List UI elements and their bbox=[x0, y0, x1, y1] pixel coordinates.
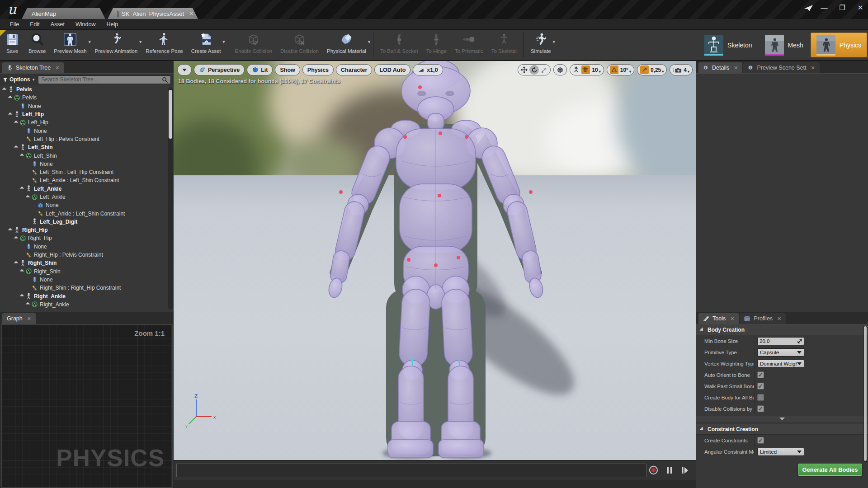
tree-row-bone[interactable]: Left_Shin bbox=[0, 143, 174, 151]
socket-snap-icon[interactable] bbox=[573, 66, 580, 73]
tree-row-constraint[interactable]: Left_Ankle : Left_Shin Constraint bbox=[0, 209, 174, 217]
mode-mesh-button[interactable]: Mesh bbox=[760, 33, 809, 57]
tab-graph[interactable]: Graph ✕ bbox=[2, 313, 36, 324]
chevron-down-icon[interactable]: ▼ bbox=[552, 40, 556, 44]
pause-button[interactable] bbox=[666, 466, 673, 474]
viewport-lod-auto-button[interactable]: LOD Auto bbox=[374, 64, 410, 75]
tree-row-box[interactable]: None bbox=[0, 201, 174, 209]
angular-constraint-mo-select[interactable]: Limited bbox=[757, 448, 804, 456]
expander-icon[interactable] bbox=[8, 228, 13, 233]
tree-row-constraint[interactable]: Left_Shin : Left_Hip Constraint bbox=[0, 168, 174, 176]
drag-slider-icon[interactable] bbox=[797, 339, 802, 343]
close-button[interactable]: ✕ bbox=[855, 4, 865, 12]
preview-mesh-button[interactable]: Preview Mesh▼ bbox=[50, 30, 90, 60]
generate-all-bodies-button[interactable]: Generate All Bodies bbox=[798, 464, 862, 476]
expander-icon[interactable] bbox=[20, 294, 25, 299]
section-body-creation[interactable]: Body Creation bbox=[696, 324, 868, 335]
viewport-perspective-button[interactable]: Perspective bbox=[194, 64, 245, 75]
mode-skeleton-button[interactable]: Skeleton bbox=[699, 33, 757, 57]
rotate-tool-button[interactable] bbox=[529, 65, 539, 75]
tree-row-capsule[interactable]: None bbox=[0, 127, 174, 135]
search-input[interactable]: Search Skeleton Tree... bbox=[38, 75, 171, 84]
tree-row-body[interactable]: Right_Hip bbox=[0, 234, 174, 242]
viewport-physics-button[interactable]: Physics bbox=[302, 64, 334, 75]
tools-scrollbar[interactable] bbox=[863, 326, 867, 462]
expander-icon[interactable] bbox=[14, 236, 19, 241]
tree-row-capsule[interactable]: None bbox=[0, 243, 174, 251]
tab-tools[interactable]: Tools ✕ bbox=[698, 313, 739, 324]
tree-row-body[interactable]: Right_Shin bbox=[0, 267, 174, 276]
tab-alienmap[interactable]: AlienMap bbox=[22, 8, 105, 19]
camera-speed-value[interactable]: 4 bbox=[684, 67, 687, 73]
tree-row-bone[interactable]: Pelvis bbox=[0, 85, 174, 94]
primitive-type-select[interactable]: Capsule bbox=[757, 348, 804, 357]
tree-scrollbar[interactable] bbox=[168, 87, 173, 310]
tree-row-constraint[interactable]: Left_Hip : Pelvis Constraint bbox=[0, 135, 174, 143]
create-body-for-all-bo-checkbox[interactable] bbox=[757, 394, 764, 401]
reference-pose-button[interactable]: Reference Pose bbox=[142, 30, 187, 60]
vertex-weighting-type-select[interactable]: Dominant Weight bbox=[757, 360, 804, 368]
expander-icon[interactable] bbox=[20, 186, 25, 191]
tree-row-bone[interactable]: Left_Leg_Digit bbox=[0, 218, 174, 226]
chevron-down-icon[interactable]: ▼ bbox=[367, 40, 371, 44]
simulate-button[interactable]: Simulate▼ bbox=[527, 30, 555, 60]
scale-tool-icon[interactable] bbox=[541, 66, 547, 73]
viewport-options-button[interactable] bbox=[177, 64, 192, 75]
expander-icon[interactable] bbox=[20, 269, 25, 274]
tree-row-bone[interactable]: Right_Ankle bbox=[0, 292, 174, 300]
alien-physics-character[interactable] bbox=[174, 61, 696, 460]
expander-icon[interactable] bbox=[26, 195, 31, 200]
translate-tool-icon[interactable] bbox=[521, 66, 528, 73]
tree-row-body[interactable]: Left_Shin bbox=[0, 151, 174, 160]
timeline-scrubber[interactable] bbox=[176, 464, 646, 477]
browse-button[interactable]: Browse bbox=[24, 30, 50, 60]
scale-snap-toggle[interactable] bbox=[640, 66, 649, 74]
tree-row-constraint[interactable]: Right_Shin : Right_Hip Constraint bbox=[0, 284, 174, 292]
grid-snap-value[interactable]: 10 bbox=[592, 67, 598, 73]
tree-row-bone[interactable]: Right_Shin bbox=[0, 259, 174, 267]
advanced-expander[interactable] bbox=[696, 416, 868, 422]
close-panel-icon[interactable]: ✕ bbox=[811, 65, 815, 71]
min-bone-size-input[interactable]: 20,0 bbox=[757, 337, 804, 345]
menu-edit[interactable]: Edit bbox=[24, 19, 45, 29]
tree-row-constraint[interactable]: Left_Ankle : Left_Shin Constraint bbox=[0, 176, 174, 184]
tree-row-capsule[interactable]: None bbox=[0, 160, 174, 168]
close-panel-icon[interactable]: ✕ bbox=[55, 65, 59, 71]
tab-details[interactable]: i Details ✕ bbox=[698, 62, 742, 73]
tree-row-capsule[interactable]: None bbox=[0, 102, 174, 110]
expander-icon[interactable] bbox=[14, 261, 19, 266]
record-button[interactable] bbox=[649, 465, 658, 475]
3d-viewport[interactable]: PerspectiveLitShowPhysicsCharacterLOD Au… bbox=[174, 61, 696, 460]
save-button[interactable]: Save bbox=[0, 30, 24, 60]
chevron-down-icon[interactable]: ▼ bbox=[222, 40, 226, 44]
camera-speed-icon[interactable] bbox=[673, 67, 682, 73]
tab-preview-scene-settings[interactable]: i Preview Scene Sett ✕ bbox=[743, 62, 819, 73]
step-forward-button[interactable] bbox=[681, 466, 689, 474]
tree-row-capsule[interactable]: None bbox=[0, 276, 174, 284]
tree-row-bone[interactable]: Left_Ankle bbox=[0, 185, 174, 193]
close-panel-icon[interactable]: ✕ bbox=[777, 316, 781, 322]
tree-row-constraint[interactable]: Right_Hip : Pelvis Constraint bbox=[0, 251, 174, 259]
grid-snap-toggle[interactable] bbox=[581, 66, 590, 74]
viewport-x1-0-button[interactable]: x1,0 bbox=[413, 64, 443, 75]
maximize-button[interactable]: ❐ bbox=[837, 4, 847, 12]
graph-canvas[interactable]: Zoom 1:1 PHYSICS bbox=[1, 324, 173, 488]
minimize-button[interactable]: — bbox=[819, 4, 829, 12]
tree-row-body[interactable]: Right_Ankle bbox=[0, 300, 174, 309]
rotation-snap-toggle[interactable] bbox=[610, 66, 618, 74]
menu-asset[interactable]: Asset bbox=[45, 19, 70, 29]
menu-window[interactable]: Window bbox=[70, 19, 101, 29]
expander-icon[interactable] bbox=[8, 112, 13, 117]
physical-material-button[interactable]: Physical Material▼ bbox=[323, 30, 370, 60]
close-tab-icon[interactable]: ✕ bbox=[189, 10, 193, 17]
expander-icon[interactable] bbox=[26, 302, 31, 307]
tree-row-bone[interactable]: Right_Hip bbox=[0, 226, 174, 234]
tree-options-button[interactable]: Options ▼ bbox=[3, 76, 35, 83]
expander-icon[interactable] bbox=[14, 145, 19, 150]
disable-collisions-by-d-checkbox[interactable]: ✓ bbox=[757, 405, 764, 412]
close-panel-icon[interactable]: ✕ bbox=[734, 65, 738, 71]
viewport-lit-button[interactable]: Lit bbox=[247, 64, 273, 75]
close-panel-icon[interactable]: ✕ bbox=[27, 316, 31, 322]
menu-file[interactable]: File bbox=[5, 19, 24, 29]
expander-icon[interactable] bbox=[14, 120, 19, 125]
